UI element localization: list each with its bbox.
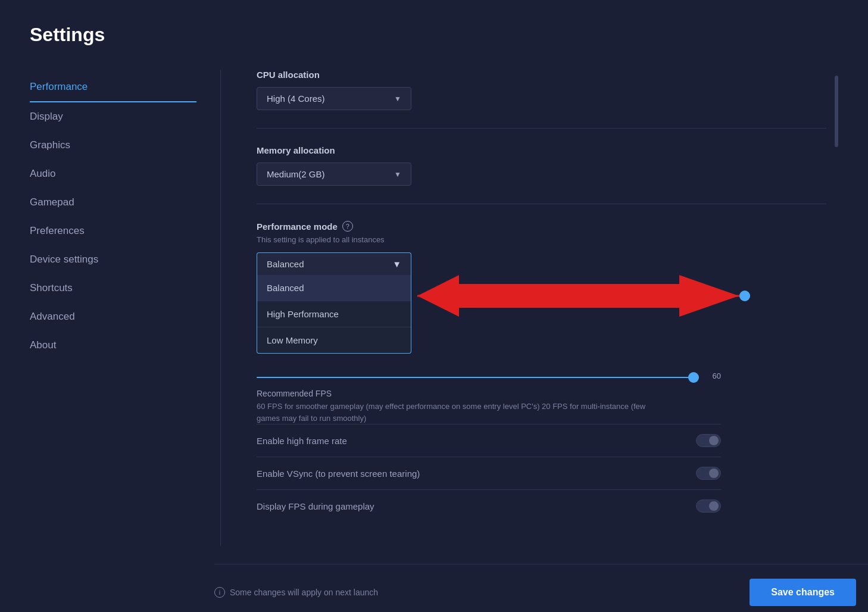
performance-mode-subtext: This setting is applied to all instances xyxy=(257,235,826,244)
dropdown-selected[interactable]: Balanced ▼ xyxy=(257,252,411,275)
toggle-row-vsync: Enable VSync (to prevent screen tearing) xyxy=(257,457,721,489)
memory-allocation-section: Memory allocation Medium(2 GB) ▼ xyxy=(257,145,826,186)
scrollbar-track xyxy=(833,70,838,546)
chevron-down-icon-2: ▼ xyxy=(394,170,401,179)
toggles-section: Enable high frame rate Enable VSync (to … xyxy=(257,424,826,522)
info-icon: i xyxy=(214,587,225,598)
sidebar-item-audio[interactable]: Audio xyxy=(30,160,196,188)
sidebar-item-gamepad[interactable]: Gamepad xyxy=(30,188,196,217)
dropdown-option-low-memory[interactable]: Low Memory xyxy=(257,327,411,353)
sidebar-item-about[interactable]: About xyxy=(30,331,196,360)
footer: i Some changes will apply on next launch… xyxy=(214,564,868,612)
performance-mode-section: Performance mode ? This setting is appli… xyxy=(257,221,826,354)
toggle-high-frame-rate[interactable] xyxy=(696,434,721,447)
performance-mode-header: Performance mode ? xyxy=(257,221,826,232)
toggle-row-high-frame-rate: Enable high frame rate xyxy=(257,424,721,457)
toggle-label-display-fps: Display FPS during gameplay xyxy=(257,501,374,511)
fps-slider-row: 60 xyxy=(257,371,721,380)
sidebar-item-shortcuts[interactable]: Shortcuts xyxy=(30,274,196,302)
sidebar-item-device-settings[interactable]: Device settings xyxy=(30,245,196,274)
toggle-vsync[interactable] xyxy=(696,467,721,480)
sidebar-item-preferences[interactable]: Preferences xyxy=(30,217,196,245)
save-changes-button[interactable]: Save changes xyxy=(750,579,856,606)
divider-1 xyxy=(257,128,826,129)
slider-track xyxy=(257,377,694,378)
cpu-allocation-section: CPU allocation High (4 Cores) ▼ xyxy=(257,70,826,110)
recommended-fps-desc: 60 FPS for smoother gameplay (may effect… xyxy=(257,401,661,424)
toggle-label-high-frame-rate: Enable high frame rate xyxy=(257,436,347,446)
recommended-fps-section: Recommended FPS 60 FPS for smoother game… xyxy=(257,389,826,424)
sidebar-divider xyxy=(220,70,221,546)
content-area: CPU allocation High (4 Cores) ▼ Memory a… xyxy=(245,70,838,546)
dropdown-option-balanced[interactable]: Balanced xyxy=(257,275,411,301)
sidebar: Performance Display Graphics Audio Gamep… xyxy=(30,70,196,546)
toggle-knob-display-fps xyxy=(709,501,719,511)
memory-allocation-label: Memory allocation xyxy=(257,145,826,155)
slider-thumb[interactable] xyxy=(688,372,699,383)
recommended-fps-title: Recommended FPS xyxy=(257,389,826,398)
toggle-knob-vsync xyxy=(709,469,719,478)
toggle-knob-high-frame-rate xyxy=(709,436,719,445)
performance-mode-dropdown[interactable]: Balanced ▼ Balanced High Performance Low… xyxy=(257,252,411,354)
fps-slider[interactable] xyxy=(257,377,694,378)
chevron-down-icon-3: ▼ xyxy=(392,259,401,269)
sidebar-item-display[interactable]: Display xyxy=(30,102,196,131)
performance-mode-label: Performance mode xyxy=(257,221,338,232)
cpu-allocation-label: CPU allocation xyxy=(257,70,826,80)
dropdown-option-high-performance[interactable]: High Performance xyxy=(257,301,411,327)
sidebar-item-graphics[interactable]: Graphics xyxy=(30,131,196,160)
help-icon[interactable]: ? xyxy=(342,221,353,232)
divider-2 xyxy=(257,204,826,204)
toggle-label-vsync: Enable VSync (to prevent screen tearing) xyxy=(257,469,420,479)
fps-slider-container xyxy=(257,374,694,378)
memory-allocation-select[interactable]: Medium(2 GB) ▼ xyxy=(257,163,411,186)
scrollbar-thumb[interactable] xyxy=(835,76,838,147)
chevron-down-icon: ▼ xyxy=(394,95,401,103)
sidebar-item-performance[interactable]: Performance xyxy=(30,73,196,102)
sidebar-item-advanced[interactable]: Advanced xyxy=(30,302,196,331)
footer-note: i Some changes will apply on next launch xyxy=(214,587,378,598)
dropdown-options: Balanced High Performance Low Memory xyxy=(257,275,411,354)
toggle-display-fps[interactable] xyxy=(696,499,721,513)
toggle-row-display-fps: Display FPS during gameplay xyxy=(257,489,721,522)
fps-value: 60 xyxy=(706,371,721,380)
cpu-allocation-select[interactable]: High (4 Cores) ▼ xyxy=(257,87,411,110)
page-title: Settings xyxy=(30,24,838,46)
slider-fill xyxy=(257,377,694,378)
